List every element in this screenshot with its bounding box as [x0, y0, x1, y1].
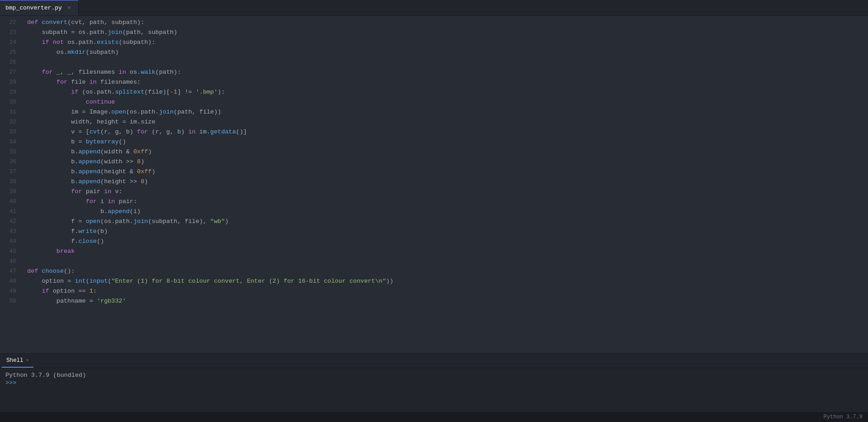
- line-content[interactable]: continue: [24, 97, 868, 107]
- line-number: 36: [0, 157, 24, 167]
- line-number: 39: [0, 187, 24, 197]
- line-content[interactable]: option = int(input("Enter (1) for 8-bit …: [24, 276, 868, 286]
- line-content[interactable]: width, height = im.size: [24, 117, 868, 127]
- line-content[interactable]: for pair in v:: [24, 187, 868, 197]
- token-plain: im.: [199, 128, 210, 135]
- token-plain: ):: [137, 19, 144, 26]
- line-number: 48: [0, 276, 24, 286]
- token-str: '.bmp': [196, 89, 218, 95]
- line-content[interactable]: v = [cvt(r, g, b) for (r, g, b) in im.ge…: [24, 127, 868, 137]
- shell-tab-bar: Shell ×: [0, 354, 868, 368]
- token-fn: getdata: [210, 128, 236, 135]
- token-plain: (subpath):: [119, 39, 156, 46]
- token-fn: mkdir: [67, 49, 86, 56]
- token-plain: [192, 89, 196, 95]
- line-content[interactable]: b.append(height >> 8): [24, 177, 868, 187]
- token-fn: walk: [141, 69, 155, 76]
- line-content[interactable]: b.append(width & 0xff): [24, 147, 868, 157]
- token-str: "wb": [210, 218, 225, 225]
- token-fn: int: [75, 278, 85, 284]
- editor-area: 22def convert(cvt, path, subpath):23 sub…: [0, 16, 868, 353]
- code-line: 47def choose():: [0, 266, 868, 276]
- line-content[interactable]: b.append(i): [24, 207, 868, 217]
- line-number: 34: [0, 137, 24, 147]
- code-container[interactable]: 22def convert(cvt, path, subpath):23 sub…: [0, 16, 868, 353]
- token-kw: if: [42, 288, 52, 294]
- editor-tab[interactable]: bmp_converter.py ×: [0, 0, 79, 15]
- token-plain: option: [53, 288, 79, 294]
- line-number: 32: [0, 117, 24, 127]
- line-number: 28: [0, 77, 24, 87]
- token-plain: [93, 298, 97, 304]
- token-kw: in: [188, 128, 199, 135]
- line-content[interactable]: b = bytearray(): [24, 137, 868, 147]
- token-fn: bytearray: [86, 138, 119, 145]
- line-content[interactable]: os.mkdir(subpath): [24, 47, 868, 57]
- token-plain: option: [27, 278, 67, 284]
- line-content[interactable]: [24, 57, 868, 67]
- line-content[interactable]: def convert(cvt, path, subpath):: [24, 18, 868, 28]
- shell-prompt: >>>: [5, 379, 863, 386]
- line-content[interactable]: f = open(os.path.join(subpath, file), "w…: [24, 217, 868, 227]
- line-content[interactable]: b.append(width >> 8): [24, 157, 868, 167]
- code-line: 38 b.append(height >> 8): [0, 177, 868, 187]
- token-plain: ): [141, 158, 144, 165]
- token-plain: (path, file)): [174, 109, 221, 115]
- token-plain: filesnames:: [100, 79, 141, 85]
- line-number: 27: [0, 67, 24, 77]
- token-plain: [27, 39, 42, 46]
- line-content[interactable]: [24, 256, 868, 266]
- token-plain: (path, subpath): [123, 29, 178, 36]
- line-number: 31: [0, 107, 24, 117]
- line-content[interactable]: break: [24, 247, 868, 256]
- token-plain: (os.path.: [126, 109, 159, 115]
- token-plain: [137, 178, 141, 185]
- token-fn: write: [78, 228, 97, 235]
- token-kw: in: [90, 79, 100, 85]
- line-content[interactable]: f.close(): [24, 237, 868, 247]
- line-number: 41: [0, 207, 24, 217]
- line-content[interactable]: if not os.path.exists(subpath):: [24, 38, 868, 47]
- token-kw: in: [104, 188, 115, 195]
- token-plain: pair:: [119, 198, 137, 205]
- token-plain: os.path.: [75, 29, 108, 36]
- line-number: 30: [0, 97, 24, 107]
- shell-tab[interactable]: Shell ×: [2, 354, 33, 368]
- token-kw: for: [137, 128, 151, 135]
- token-plain: os.path.: [67, 39, 97, 46]
- code-line: 41 b.append(i): [0, 207, 868, 217]
- token-op: >>: [130, 178, 137, 185]
- line-content[interactable]: if (os.path.splitext(file)[-1] != '.bmp'…: [24, 87, 868, 97]
- line-content[interactable]: if option == 1:: [24, 286, 868, 296]
- token-kw: in: [119, 69, 130, 76]
- tab-close-icon[interactable]: ×: [66, 5, 73, 12]
- token-plain: (height: [100, 168, 130, 175]
- token-plain: (): [97, 238, 104, 245]
- line-content[interactable]: def choose():: [24, 266, 868, 276]
- line-content[interactable]: subpath = os.path.join(path, subpath): [24, 28, 868, 38]
- token-num: 8: [137, 158, 141, 165]
- token-kw: if: [71, 89, 82, 95]
- code-line: 23 subpath = os.path.join(path, subpath): [0, 28, 868, 38]
- line-content[interactable]: pathname = 'rgb332': [24, 296, 868, 306]
- line-content[interactable]: for file in filesnames:: [24, 77, 868, 87]
- shell-tab-close-icon[interactable]: ×: [26, 358, 29, 363]
- line-content[interactable]: b.append(height & 0xff): [24, 167, 868, 177]
- token-num: 0xff: [137, 168, 151, 175]
- line-content[interactable]: for _, _, filesnames in os.walk(path):: [24, 67, 868, 77]
- line-content[interactable]: for i in pair:: [24, 197, 868, 207]
- shell-content[interactable]: Python 3.7.9 (bundled) >>>: [0, 368, 868, 412]
- token-plain: _, _, filesnames: [57, 69, 119, 76]
- token-plain: ():: [64, 268, 75, 275]
- token-op: =: [123, 119, 126, 125]
- line-content[interactable]: im = Image.open(os.path.join(path, file)…: [24, 107, 868, 117]
- line-content[interactable]: f.write(b): [24, 227, 868, 237]
- token-str: "Enter (1) for 8-bit colour convert, Ent…: [111, 278, 386, 284]
- token-plain: f: [27, 218, 78, 225]
- token-plain: (os.path.: [82, 89, 115, 95]
- token-plain: (r, g, b): [100, 128, 137, 135]
- token-kw: if: [42, 39, 52, 46]
- token-plain: [27, 99, 86, 105]
- token-plain: (width: [100, 148, 126, 155]
- code-line: 24 if not os.path.exists(subpath):: [0, 38, 868, 47]
